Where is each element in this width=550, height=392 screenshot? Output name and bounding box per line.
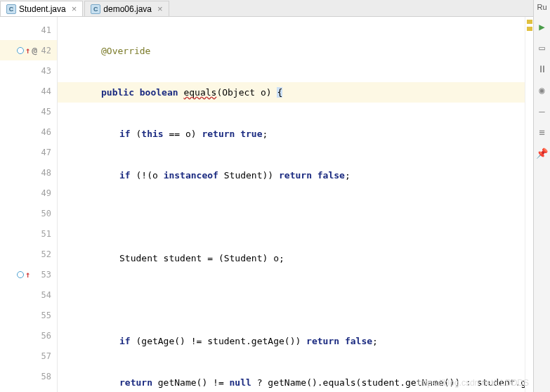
- code-line: Student student = (Student) o;: [58, 248, 550, 268]
- tab-student[interactable]: C Student.java ×: [0, 1, 83, 16]
- line-number: 55: [0, 305, 57, 325]
- watermark: https://blog.csdn.net/LLDDDS: [418, 378, 529, 388]
- close-icon[interactable]: ×: [72, 4, 77, 14]
- up-arrow-icon: ↑: [25, 46, 30, 55]
- camera-icon[interactable]: ◉: [539, 84, 544, 96]
- settings-icon[interactable]: ≡: [539, 126, 544, 138]
- line-number: 45: [0, 101, 57, 122]
- code-line: [58, 289, 550, 310]
- java-class-icon: C: [6, 4, 16, 14]
- editor-area: 41 ↑ @ 42 43 44 45 46 47 48 49 50 51 52 …: [0, 17, 550, 392]
- code-content[interactable]: @Override public boolean equals(Object o…: [58, 17, 550, 392]
- error-stripe[interactable]: [525, 17, 533, 392]
- code-line: if (!(o instanceof Student)) return fals…: [58, 165, 550, 185]
- tab-label: demo06.java: [103, 4, 152, 14]
- run-icon[interactable]: ▶: [539, 21, 544, 32]
- code-line: [58, 207, 550, 227]
- line-number: 56: [0, 325, 57, 346]
- line-number: 50: [0, 203, 57, 223]
- line-number: 58: [0, 366, 57, 386]
- line-number: 49: [0, 183, 57, 203]
- debug-icon[interactable]: ▭: [539, 42, 544, 53]
- line-number: 48: [0, 162, 57, 183]
- line-number: 57: [0, 346, 57, 366]
- line-number: 51: [0, 223, 57, 244]
- code-line: @Override: [58, 41, 550, 61]
- line-number: 52: [0, 244, 57, 264]
- up-arrow-icon: ↑: [25, 270, 30, 280]
- tab-demo06[interactable]: C demo06.java ×: [84, 1, 169, 16]
- code-line: if (getAge() != student.getAge()) return…: [58, 331, 550, 351]
- code-line: public boolean equals(Object o) {: [58, 82, 550, 103]
- separator-icon: —: [539, 105, 544, 117]
- line-number: 41: [0, 20, 57, 40]
- tab-label: Student.java: [19, 4, 66, 14]
- warning-marker-icon[interactable]: [527, 27, 532, 31]
- pause-icon[interactable]: ⏸: [537, 63, 547, 74]
- tool-sidebar: Ru ▶ ▭ ⏸ ◉ — ≡ 📌: [533, 0, 550, 392]
- line-number: 46: [0, 122, 57, 142]
- warning-marker-icon[interactable]: [527, 20, 532, 24]
- line-number: ↑ @ 42: [0, 40, 57, 60]
- close-icon[interactable]: ×: [157, 4, 163, 14]
- code-line: if (this == o) return true;: [58, 124, 550, 144]
- gutter-markers[interactable]: ↑ @: [17, 45, 37, 55]
- pin-icon[interactable]: 📌: [536, 148, 548, 159]
- at-icon: @: [32, 45, 37, 55]
- line-number: 47: [0, 142, 57, 162]
- java-class-icon: C: [91, 4, 100, 14]
- line-number: 43: [0, 60, 57, 81]
- override-marker-icon: [17, 47, 24, 54]
- line-gutter: 41 ↑ @ 42 43 44 45 46 47 48 49 50 51 52 …: [0, 17, 58, 392]
- line-number: 54: [0, 285, 57, 305]
- line-number: 44: [0, 81, 57, 101]
- editor-tabs: C Student.java × C demo06.java ×: [0, 0, 550, 17]
- line-number: ↑ 53: [0, 264, 57, 285]
- override-marker-icon: [17, 271, 24, 278]
- run-label: Ru: [537, 3, 546, 11]
- gutter-markers[interactable]: ↑: [17, 270, 30, 280]
